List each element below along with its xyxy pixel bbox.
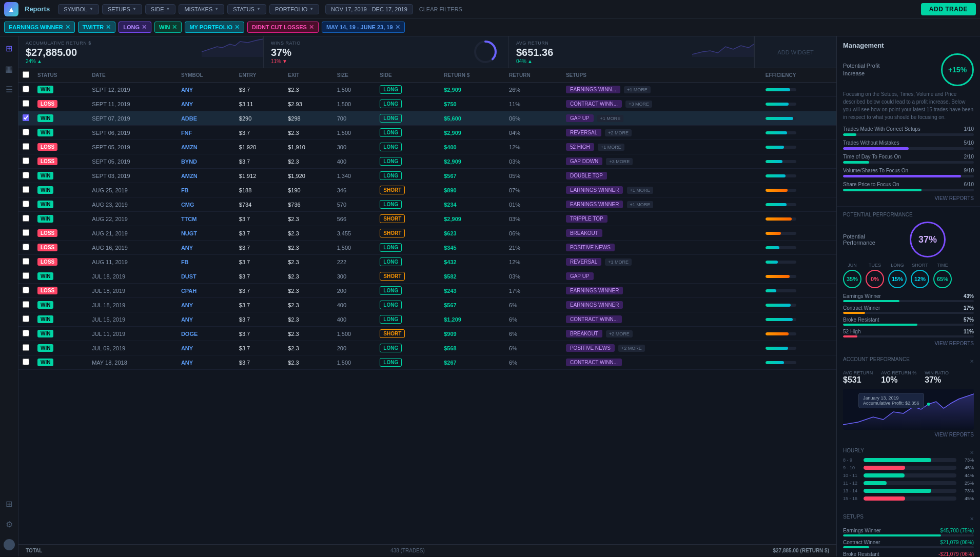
table-row[interactable]: WIN SEPT 07, 2019 ADBE $290 $298 700 LON… [18,111,836,126]
row-checkbox-cell[interactable] [18,212,33,226]
row-symbol[interactable]: ANY [177,341,235,355]
table-row[interactable]: LOSS SEPT 05, 2019 BYND $3.7 $2.3 400 LO… [18,154,836,169]
portfolio-filter-btn[interactable]: PORTFOLIO ▼ [269,4,319,14]
row-more-badge[interactable]: +1 MORE [605,258,632,266]
row-symbol[interactable]: FB [177,183,235,197]
clear-filters-btn[interactable]: CLEAR FILTERS [419,6,462,12]
management-view-reports[interactable]: VIEW REPORTS [843,195,974,201]
col-status[interactable]: STATUS [33,68,88,83]
row-more-badge[interactable]: +3 MORE [625,101,652,108]
table-row[interactable]: WIN JUL 11, 2019 DOGE $3.7 $2.3 1,500 SH… [18,327,836,341]
row-symbol[interactable]: ANY [177,83,235,97]
row-symbol[interactable]: ANY [177,312,235,327]
row-symbol[interactable]: ADBE [177,111,235,126]
row-symbol[interactable]: FB [177,255,235,269]
row-checkbox-cell[interactable] [18,111,33,126]
sidebar-icon-settings[interactable]: ⚙ [4,519,15,530]
row-checkbox-cell[interactable] [18,298,33,312]
table-row[interactable]: LOSS AUG 16, 2019 ANY $3.7 $2.3 1,500 LO… [18,241,836,255]
tag-win[interactable]: WIN ✕ [154,22,182,33]
row-more-badge[interactable]: +1 MORE [598,144,624,151]
close-icon[interactable]: ✕ [65,24,70,31]
row-checkbox-cell[interactable] [18,284,33,298]
date-range-btn[interactable]: NOV 17, 2019 - DEC 17, 2019 [325,4,413,14]
acct-perf-close[interactable]: ✕ [970,359,974,364]
row-symbol[interactable]: AMZN [177,169,235,183]
col-symbol[interactable]: SYMBOL [177,68,235,83]
status-filter-btn[interactable]: STATUS ▼ [227,4,266,14]
setups-close[interactable]: ✕ [970,516,974,522]
row-checkbox-cell[interactable] [18,97,33,111]
row-checkbox-cell[interactable] [18,183,33,197]
col-setups[interactable]: SETUPS [562,68,746,83]
row-checkbox-cell[interactable] [18,197,33,212]
add-widget-card[interactable]: ADD WIDGET [754,36,836,68]
table-row[interactable]: LOSS AUG 21, 2019 NUGT $3.7 $2.3 3,455 S… [18,226,836,241]
table-row[interactable]: LOSS AUG 11, 2019 FB $3.7 $2.3 222 LONG … [18,255,836,269]
close-icon[interactable]: ✕ [309,24,314,31]
table-row[interactable]: WIN JUL 18, 2019 DUST $3.7 $2.3 300 SHOR… [18,269,836,284]
row-symbol[interactable]: ANY [177,97,235,111]
row-checkbox-cell[interactable] [18,154,33,169]
row-checkbox-cell[interactable] [18,140,33,154]
table-row[interactable]: WIN JUL 09, 2019 ANY $3.7 $2.3 200 LONG … [18,341,836,355]
row-symbol[interactable]: NUGT [177,226,235,241]
tag-twittr[interactable]: TWITTR ✕ [78,22,116,33]
col-date[interactable]: DATE [88,68,177,83]
row-symbol[interactable]: CMG [177,197,235,212]
close-icon[interactable]: ✕ [142,24,147,31]
table-row[interactable]: WIN JUL 15, 2019 ANY $3.7 $2.3 400 LONG … [18,312,836,327]
col-return-dollar[interactable]: RETURN $ [440,68,505,83]
tag-didnt-cut-losses[interactable]: DIDNT CUT LOSSES ✕ [247,22,319,33]
row-checkbox-cell[interactable] [18,169,33,183]
add-trade-button[interactable]: ADD TRADE [921,3,976,15]
col-side[interactable]: SIDE [376,68,440,83]
row-more-badge[interactable]: +1 MORE [627,187,654,194]
acct-perf-view-reports[interactable]: VIEW REPORTS [843,432,974,437]
table-row[interactable]: WIN SEPT 03, 2019 AMZN $1,912 $1,920 1,3… [18,169,836,183]
trades-table-container[interactable]: STATUS DATE SYMBOL ENTRY EXIT SIZE SIDE … [18,68,836,544]
sidebar-icon-grid[interactable]: ⊞ [4,43,15,54]
tag-date-range[interactable]: MAY 14, 19 - JUNE 23, 19 ✕ [322,22,405,33]
table-row[interactable]: WIN MAY 18, 2018 ANY $3.7 $2.3 1,500 LON… [18,355,836,370]
row-more-badge[interactable]: +1 MORE [597,115,624,122]
row-more-badge[interactable]: +1 MORE [624,86,651,93]
row-checkbox-cell[interactable] [18,341,33,355]
tag-earnings-winner[interactable]: EARNINGS WINNER ✕ [4,22,75,33]
row-symbol[interactable]: BYND [177,154,235,169]
close-icon[interactable]: ✕ [395,24,400,31]
sidebar-icon-message[interactable]: ☰ [4,84,15,95]
row-more-badge[interactable]: +2 MORE [618,345,645,352]
row-symbol[interactable]: FNF [177,126,235,140]
table-row[interactable]: WIN SEPT 12, 2019 ANY $3.7 $2.3 1,500 LO… [18,83,836,97]
mistakes-filter-btn[interactable]: MISTAKES ▼ [179,4,224,14]
close-icon[interactable]: ✕ [106,24,111,31]
row-checkbox-cell[interactable] [18,269,33,284]
row-checkbox-cell[interactable] [18,83,33,97]
symbol-filter-btn[interactable]: SYMBOL ▼ [58,4,99,14]
row-symbol[interactable]: ANY [177,298,235,312]
sidebar-icon-grid2[interactable]: ⊞ [4,498,15,509]
row-more-badge[interactable]: +1 MORE [627,201,654,208]
row-checkbox-cell[interactable] [18,241,33,255]
table-row[interactable]: WIN JUL 18, 2019 ANY $3.7 $2.3 400 LONG … [18,298,836,312]
table-row[interactable]: WIN AUG 23, 2019 CMG $734 $736 570 LONG … [18,197,836,212]
row-symbol[interactable]: DUST [177,269,235,284]
col-size[interactable]: SIZE [333,68,376,83]
user-avatar[interactable] [4,539,15,550]
row-symbol[interactable]: ANY [177,355,235,370]
table-row[interactable]: LOSS SEPT 11, 2019 ANY $3.11 $2.93 1,500… [18,97,836,111]
table-row[interactable]: LOSS SEPT 05, 2019 AMZN $1,920 $1,910 30… [18,140,836,154]
row-more-badge[interactable]: +2 MORE [606,330,633,337]
close-icon[interactable]: ✕ [172,24,177,31]
table-row[interactable]: LOSS JUL 18, 2019 CPAH $3.7 $2.3 200 LON… [18,284,836,298]
row-checkbox-cell[interactable] [18,255,33,269]
col-efficiency[interactable]: EFFICIENCY [761,68,836,83]
pp-view-reports[interactable]: VIEW REPORTS [843,341,974,346]
row-more-badge[interactable]: +2 MORE [605,129,632,136]
table-row[interactable]: WIN AUG 25, 2019 FB $188 $190 346 SHORT … [18,183,836,197]
col-entry[interactable]: ENTRY [235,68,284,83]
table-row[interactable]: WIN SEPT 06, 2019 FNF $3.7 $2.3 1,500 LO… [18,126,836,140]
row-checkbox-cell[interactable] [18,355,33,370]
col-return-pct[interactable]: RETURN [505,68,562,83]
